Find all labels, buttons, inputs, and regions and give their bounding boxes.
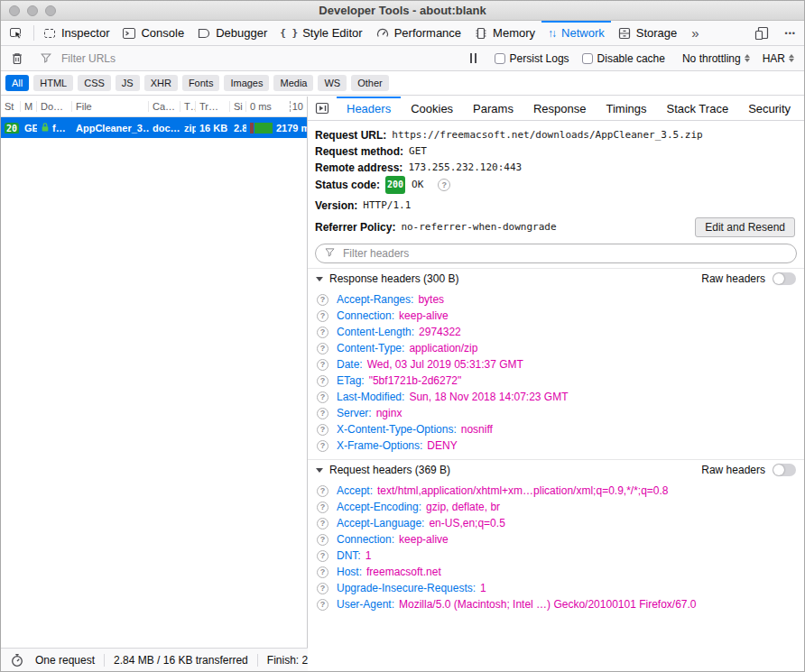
inspector-icon [42, 26, 57, 41]
pick-element-button[interactable] [1, 21, 32, 45]
summary-value: HTTP/1.1 [363, 198, 411, 214]
column-cause[interactable]: Ca… [149, 101, 180, 112]
persist-logs-checkbox[interactable]: Persist Logs [495, 52, 569, 65]
header-help-icon[interactable]: ? [317, 408, 328, 419]
tab-debugger[interactable]: Debugger [190, 21, 273, 45]
tab-style-editor[interactable]: { } Style Editor [273, 21, 368, 45]
request-row-selected[interactable]: 20 GE f… AppCleaner_3… doc… zip 16 KB 2.… [1, 117, 307, 138]
tab-performance[interactable]: Performance [369, 21, 467, 45]
column-type[interactable]: T… [180, 101, 196, 112]
header-help-icon[interactable]: ? [317, 375, 328, 387]
header-row: ?Accept:text/html,application/xhtml+xm…p… [308, 483, 804, 499]
request-headers-list: ?Accept:text/html,application/xhtml+xm…p… [308, 480, 804, 618]
header-help-icon[interactable]: ? [317, 391, 328, 403]
header-name: X-Content-Type-Options: [337, 423, 457, 436]
details-tab-response[interactable]: Response [523, 97, 597, 120]
header-row: ?Server:nginx [308, 405, 804, 421]
har-select[interactable]: HAR [763, 52, 794, 65]
column-method[interactable]: M [21, 101, 37, 112]
filter-headers-input[interactable] [341, 246, 788, 261]
tab-inspector[interactable]: Inspector [36, 21, 116, 45]
header-help-icon[interactable]: ? [317, 343, 328, 354]
filter-pill-images[interactable]: Images [224, 75, 269, 91]
header-help-icon[interactable]: ? [317, 294, 328, 306]
request-domain-cell: f… [37, 122, 72, 134]
header-value: 1 [480, 582, 486, 594]
response-headers-section-header[interactable]: Response headers (300 B) Raw headers [308, 268, 804, 289]
column-domain[interactable]: Do… [37, 101, 72, 112]
filter-urls-input[interactable] [60, 51, 458, 66]
filter-headers-box [315, 244, 797, 263]
pause-traffic-button[interactable] [463, 53, 484, 63]
more-tabs-button[interactable]: » [683, 21, 707, 45]
header-help-icon[interactable]: ? [317, 550, 328, 562]
header-help-icon[interactable]: ? [317, 583, 328, 594]
filter-pill-media[interactable]: Media [273, 75, 313, 91]
status-help-icon[interactable]: ? [438, 179, 450, 191]
header-help-icon[interactable]: ? [317, 518, 328, 529]
filter-pill-xhr[interactable]: XHR [144, 75, 178, 91]
toggle-details-pane-button[interactable] [308, 97, 337, 120]
header-value: DENY [427, 439, 457, 452]
throttling-select[interactable]: No throttling [682, 52, 750, 65]
header-value: "5bf1721b-2d6272" [369, 374, 462, 387]
header-help-icon[interactable]: ? [317, 534, 328, 546]
filter-pill-fonts[interactable]: Fonts [182, 75, 220, 91]
details-tab-stack-trace[interactable]: Stack Trace [656, 97, 738, 120]
tab-console[interactable]: Console [116, 21, 190, 45]
raw-headers-toggle[interactable] [773, 272, 796, 285]
summary-referrer-policy: Referrer Policy: no-referrer-when-downgr… [315, 217, 797, 237]
header-value: keep-alive [399, 533, 449, 546]
tab-memory[interactable]: Memory [467, 21, 541, 45]
network-icon: ↑↓ [548, 27, 555, 40]
details-tab-headers[interactable]: Headers [337, 97, 401, 120]
header-value: keep-alive [399, 309, 449, 322]
tab-label: Console [141, 26, 184, 40]
status-code-text: OK [412, 177, 423, 193]
header-row: ?X-Frame-Options:DENY [308, 437, 804, 454]
raw-headers-toggle[interactable] [773, 464, 796, 476]
header-help-icon[interactable]: ? [317, 599, 328, 611]
column-size[interactable]: Si [230, 101, 246, 112]
clear-requests-button[interactable] [5, 46, 30, 70]
filter-pill-html[interactable]: HTML [33, 75, 73, 91]
column-status[interactable]: St [1, 101, 21, 112]
header-help-icon[interactable]: ? [317, 440, 328, 452]
header-help-icon[interactable]: ? [317, 502, 328, 513]
devtools-menu-button[interactable]: ••• [777, 21, 804, 45]
details-tab-cookies[interactable]: Cookies [401, 97, 463, 120]
header-help-icon[interactable]: ? [317, 359, 328, 371]
filter-pill-all[interactable]: All [5, 75, 29, 91]
header-help-icon[interactable]: ? [317, 485, 328, 497]
header-value: 1 [365, 549, 372, 562]
select-arrows-icon [745, 54, 750, 62]
funnel-icon [40, 51, 54, 66]
responsive-design-button[interactable] [746, 21, 777, 45]
tab-network[interactable]: ↑↓ Network [541, 21, 611, 45]
filter-pill-js[interactable]: JS [116, 75, 140, 91]
details-tab-params[interactable]: Params [463, 97, 523, 120]
header-row: ?DNT:1 [308, 548, 804, 564]
edit-and-resend-button[interactable]: Edit and Resend [695, 217, 795, 237]
header-name: Server: [337, 407, 372, 419]
column-file[interactable]: File [72, 101, 149, 112]
performance-analysis-button[interactable] [1, 653, 26, 667]
header-help-icon[interactable]: ? [317, 310, 328, 322]
details-tab-security[interactable]: Security [738, 97, 800, 120]
status-code-badge: 200 [385, 176, 405, 194]
filter-pill-other[interactable]: Other [351, 75, 389, 91]
header-help-icon[interactable]: ? [317, 566, 328, 578]
column-waterfall[interactable]: 0 ms 10 [246, 101, 307, 112]
header-help-icon[interactable]: ? [317, 327, 328, 338]
header-row: ?Content-Type:application/zip [308, 340, 804, 356]
header-help-icon[interactable]: ? [317, 424, 328, 436]
tab-storage[interactable]: Storage [611, 21, 684, 45]
disable-cache-checkbox[interactable]: Disable cache [582, 52, 665, 65]
request-headers-section-header[interactable]: Request headers (369 B) Raw headers [308, 459, 804, 480]
column-transferred[interactable]: Tr… [196, 101, 230, 112]
memory-icon [474, 26, 488, 41]
har-label: HAR [763, 52, 785, 65]
filter-pill-css[interactable]: CSS [78, 75, 111, 91]
details-tab-timings[interactable]: Timings [596, 97, 656, 120]
filter-pill-ws[interactable]: WS [318, 75, 347, 91]
